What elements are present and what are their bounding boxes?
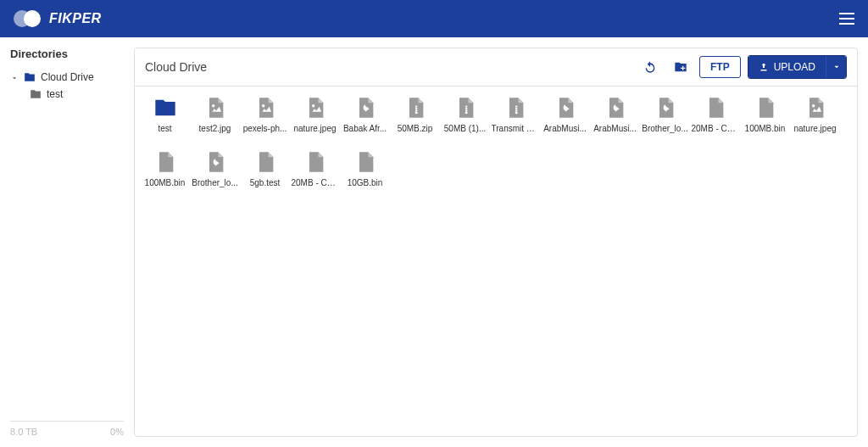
app-header: FIKPER [0, 0, 868, 37]
file-icon [754, 95, 777, 120]
file-label: 20MB - Co... [292, 178, 339, 187]
brand-name: FIKPER [49, 11, 102, 26]
file-label: ArabMusi... [543, 124, 587, 133]
zip-icon [453, 95, 477, 120]
file-label: ArabMusi... [593, 124, 637, 133]
breadcrumb[interactable]: Cloud Drive [145, 60, 207, 74]
file-item[interactable]: 20MB - Co... [690, 95, 740, 142]
file-item[interactable]: pexels-ph... [240, 95, 290, 142]
storage-pct: 0% [110, 427, 124, 437]
file-item[interactable]: 5gb.test [240, 149, 290, 197]
sidebar-item-label: test [47, 88, 63, 100]
file-item[interactable]: test2.jpg [190, 95, 240, 142]
image-icon [303, 95, 327, 120]
file-grid: testtest2.jpgpexels-ph...nature.jpegBaba… [135, 87, 857, 436]
file-item[interactable]: ArabMusi... [590, 95, 640, 142]
file-label: nature.jpeg [293, 124, 336, 133]
file-item[interactable]: 100MB.bin [140, 149, 190, 197]
audio-icon [604, 95, 627, 120]
upload-caret[interactable] [826, 56, 846, 78]
file-item[interactable]: 10GB.bin [340, 149, 390, 197]
brand-logo[interactable]: FIKPER [14, 9, 102, 28]
file-item[interactable]: Brother_lo... [640, 95, 690, 142]
file-icon [704, 95, 727, 120]
file-item[interactable]: nature.jpeg [290, 95, 340, 142]
file-label: 50MB.zip [398, 124, 433, 133]
toolbar: Cloud Drive FTP UPLOAD [135, 48, 857, 87]
file-icon [153, 149, 177, 175]
file-item[interactable]: 20MB - Co... [290, 149, 340, 197]
upload-icon [759, 62, 769, 72]
directory-tree: Cloud Drive test [10, 69, 124, 421]
image-icon [203, 95, 227, 120]
zip-icon [504, 95, 527, 120]
file-item[interactable]: test [140, 95, 190, 142]
upload-split-button: UPLOAD [748, 55, 847, 79]
audio-icon [353, 95, 377, 120]
sidebar-title: Directories [10, 47, 124, 60]
audio-icon [203, 149, 227, 175]
file-item[interactable]: 50MB.zip [390, 95, 440, 142]
folder-icon [29, 88, 42, 100]
file-label: 100MB.bin [145, 178, 186, 187]
ftp-button[interactable]: FTP [699, 56, 741, 78]
storage-used: 8.0 TB [10, 427, 37, 437]
audio-icon [554, 95, 577, 120]
file-label: pexels-ph... [243, 124, 287, 133]
folder-icon [23, 71, 36, 83]
file-panel: Cloud Drive FTP UPLOAD testtest2.jpgpexe… [134, 47, 858, 437]
file-label: 100MB.bin [745, 124, 786, 133]
file-label: Babak Afr... [343, 124, 387, 133]
sidebar-item-test[interactable]: test [10, 86, 124, 103]
chevron-down-icon [10, 73, 19, 81]
file-label: test2.jpg [199, 124, 231, 133]
file-label: 10GB.bin [348, 178, 383, 187]
logo-icon [14, 9, 44, 28]
file-label: Transmit S... [492, 124, 539, 133]
file-label: 50MB (1)... [444, 124, 486, 133]
file-item[interactable]: ArabMusi... [540, 95, 590, 142]
file-item[interactable]: nature.jpeg [790, 95, 840, 142]
file-item[interactable]: Babak Afr... [340, 95, 390, 142]
file-item[interactable]: 100MB.bin [740, 95, 790, 142]
file-item[interactable]: Brother_lo... [190, 149, 240, 197]
upload-label: UPLOAD [774, 61, 815, 73]
storage-indicator: 8.0 TB 0% [10, 421, 124, 437]
file-label: Brother_lo... [642, 124, 687, 133]
file-label: test [158, 124, 171, 133]
image-icon [253, 95, 277, 120]
upload-button[interactable]: UPLOAD [748, 56, 826, 78]
file-item[interactable]: Transmit S... [490, 95, 540, 142]
audio-icon [654, 95, 677, 120]
file-icon [253, 149, 277, 175]
file-label: Brother_lo... [192, 178, 237, 187]
image-icon [804, 95, 827, 120]
file-label: 20MB - Co... [692, 124, 739, 133]
file-item[interactable]: 50MB (1)... [440, 95, 490, 142]
file-label: 5gb.test [250, 178, 281, 187]
sidebar-item-cloud-drive[interactable]: Cloud Drive [10, 69, 124, 86]
file-icon [353, 149, 377, 175]
sidebar-item-label: Cloud Drive [41, 71, 94, 83]
folder-icon [153, 95, 177, 120]
refresh-button[interactable] [638, 55, 662, 79]
new-folder-button[interactable] [669, 55, 693, 79]
menu-icon[interactable] [839, 13, 854, 25]
file-label: nature.jpeg [793, 124, 836, 133]
file-icon [303, 149, 327, 175]
directories-sidebar: Directories Cloud Drive test 8.0 TB 0% [10, 47, 124, 437]
zip-icon [403, 95, 427, 120]
